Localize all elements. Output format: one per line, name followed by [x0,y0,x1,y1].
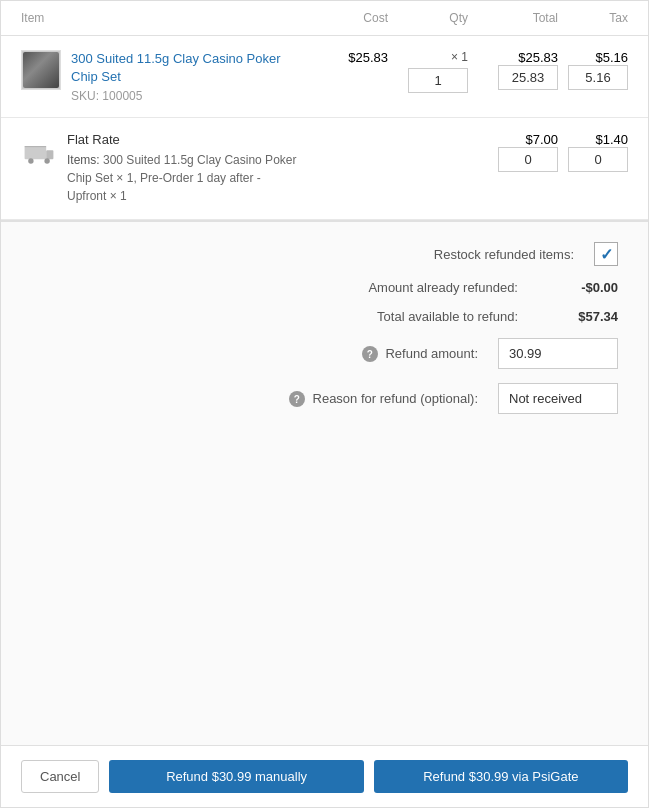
refund-amount-label: ? Refund amount: [298,346,478,363]
product-tax-display: $5.16 [558,50,628,65]
product-details: 300 Suited 11.5g Clay Casino Poker Chip … [71,50,298,103]
amount-refunded-value: -$0.00 [538,280,618,295]
restock-row: Restock refunded items: ✓ [31,242,618,266]
shipping-tax-display: $1.40 [558,132,628,147]
reason-help-icon[interactable]: ? [289,391,305,407]
items-prefix: Items: [67,153,100,167]
product-info: 300 Suited 11.5g Clay Casino Poker Chip … [21,50,298,103]
shipping-items-label: Items: 300 Suited 11.5g Clay Casino Poke… [67,151,298,205]
col-tax-header: Tax [558,11,628,25]
product-cost: $25.83 [298,50,388,65]
total-available-value: $57.34 [538,309,618,324]
checkmark-icon: ✓ [600,245,613,264]
refund-amount-help-icon[interactable]: ? [362,346,378,362]
product-total-input[interactable] [498,65,558,90]
amount-refunded-row: Amount already refunded: -$0.00 [31,280,618,295]
cancel-button[interactable]: Cancel [21,760,99,793]
product-thumbnail [21,50,61,90]
shipping-tax-input[interactable] [568,147,628,172]
product-qty-display: × 1 [388,50,468,64]
product-name-link[interactable]: 300 Suited 11.5g Clay Casino Poker Chip … [71,51,281,84]
total-available-row: Total available to refund: $57.34 [31,309,618,324]
svg-rect-1 [46,151,53,160]
refund-manual-button[interactable]: Refund $30.99 manually [109,760,363,793]
col-cost-header: Cost [298,11,388,25]
refund-modal: Item Cost Qty Total Tax 300 Suited 11.5g… [0,0,649,808]
sku-label: SKU: [71,89,99,103]
product-row: 300 Suited 11.5g Clay Casino Poker Chip … [1,36,648,118]
table-header: Item Cost Qty Total Tax [1,1,648,36]
reason-label-text: Reason for refund (optional): [313,391,478,406]
svg-point-3 [44,159,49,164]
amount-refunded-label: Amount already refunded: [338,280,518,295]
product-sku: SKU: 100005 [71,89,298,103]
reason-label: ? Reason for refund (optional): [289,391,478,408]
product-tax-input[interactable] [568,65,628,90]
shipping-tax-col: $1.40 [558,132,628,172]
col-item-header: Item [21,11,298,25]
product-thumb-image [23,52,59,88]
reason-row: ? Reason for refund (optional): [31,383,618,414]
shipping-total-input[interactable] [498,147,558,172]
product-total-col: $25.83 [468,50,558,90]
refund-amount-row: ? Refund amount: [31,338,618,369]
col-qty-header: Qty [388,11,468,25]
refund-amount-input[interactable] [498,338,618,369]
col-total-header: Total [468,11,558,25]
shipping-label: Flat Rate [67,132,298,147]
product-tax-col: $5.16 [558,50,628,90]
refund-gateway-button[interactable]: Refund $30.99 via PsiGate [374,760,628,793]
shipping-details: Flat Rate Items: 300 Suited 11.5g Clay C… [67,132,298,205]
sku-value: 100005 [102,89,142,103]
footer-bar: Cancel Refund $30.99 manually Refund $30… [1,745,648,807]
shipping-info: Flat Rate Items: 300 Suited 11.5g Clay C… [21,132,298,205]
product-qty-input[interactable] [408,68,468,93]
refund-amount-label-text: Refund amount: [385,346,478,361]
shipping-items-text: 300 Suited 11.5g Clay Casino Poker Chip … [67,153,296,203]
svg-rect-0 [25,147,47,160]
reason-input[interactable] [498,383,618,414]
shipping-total-display: $7.00 [468,132,558,147]
summary-section: Restock refunded items: ✓ Amount already… [1,221,648,745]
shipping-icon-wrapper [21,132,57,173]
restock-label: Restock refunded items: [394,247,574,262]
product-qty-col: × 1 [388,50,468,93]
shipping-row: Flat Rate Items: 300 Suited 11.5g Clay C… [1,118,648,220]
svg-point-2 [28,159,33,164]
restock-checkbox[interactable]: ✓ [594,242,618,266]
product-total-display: $25.83 [468,50,558,65]
total-available-label: Total available to refund: [338,309,518,324]
shipping-total-col: $7.00 [468,132,558,172]
truck-icon [21,134,57,170]
